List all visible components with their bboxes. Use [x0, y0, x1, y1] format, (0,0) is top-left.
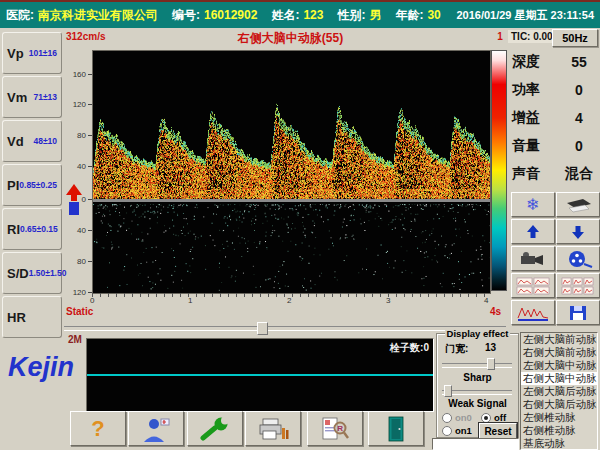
artery-item-7[interactable]: 右侧椎动脉 [521, 424, 597, 437]
gate-width-value: 13 [485, 342, 496, 353]
save-button[interactable] [556, 300, 600, 325]
vd-value: 48±10 [33, 136, 57, 146]
floppy-save-icon [568, 304, 588, 322]
help-button[interactable]: ? [70, 411, 126, 446]
param-box-hr: HR [2, 296, 62, 338]
settings-button[interactable] [187, 411, 243, 446]
multi-spectra-view-button[interactable] [511, 273, 555, 298]
output-tray-icon [563, 197, 593, 213]
artery-item-2[interactable]: 左侧大脑中动脉 [521, 359, 597, 372]
colorbar-top-label: 1 [494, 31, 506, 42]
artery-item-6[interactable]: 左侧椎动脉 [521, 411, 597, 424]
hospital-value: 南京科进实业有限公司 [38, 7, 158, 24]
reset-button[interactable]: Reset [479, 423, 517, 439]
off-label: off [494, 412, 506, 423]
doppler-spectrum-display[interactable] [92, 50, 491, 294]
gate-width-slider-track[interactable] [442, 363, 512, 368]
wrench-icon [198, 417, 232, 441]
question-mark-icon: ? [91, 416, 104, 442]
gain-label: 增益 [512, 109, 560, 127]
weak-signal-off-radio[interactable]: off [481, 412, 506, 423]
xtick-3: 3 [386, 296, 390, 305]
sharp-label: Sharp [437, 372, 518, 383]
scale-up-button[interactable] [511, 219, 555, 244]
depth-row: 深度 55 [512, 52, 598, 72]
hospital-field: 医院: 南京科进实业有限公司 [6, 7, 158, 24]
weak-signal-on1-radio[interactable]: on1 [442, 425, 472, 436]
sd-label: S/D [7, 266, 29, 281]
gate-width-slider-thumb[interactable] [487, 358, 495, 370]
spectrum-waveform-icon [516, 304, 550, 322]
film-reel-icon [563, 250, 593, 268]
weak-signal-label: Weak Signal [437, 398, 518, 409]
printer-icon [256, 417, 290, 441]
time-scroll-track[interactable] [64, 326, 506, 331]
spectrogram-canvas [93, 51, 490, 293]
freeze-button[interactable]: ❄ [511, 192, 555, 217]
tic-readout: TIC: 0.00 [508, 30, 556, 43]
artery-item-1[interactable]: 右侧大脑前动脉 [521, 346, 597, 359]
spectrum-mode-button[interactable] [511, 300, 555, 325]
exit-button[interactable] [368, 411, 424, 446]
waveform-grid-icon [516, 277, 550, 295]
baseline-marker[interactable] [66, 184, 82, 218]
scale-down-button[interactable] [556, 219, 600, 244]
gain-row: 增益 4 [512, 108, 598, 128]
param-box-vm: Vm 71±13 [2, 76, 62, 118]
ri-value: 0.65±0.15 [20, 224, 58, 234]
xtick-0: 0 [90, 296, 94, 305]
intensity-colorbar [491, 50, 507, 291]
up-arrow-icon [525, 224, 541, 240]
patient-info-bar: 医院: 南京科进实业有限公司 编号: 16012902 姓名: 123 性别: … [0, 2, 600, 28]
radio-icon [442, 413, 452, 423]
filter-frequency-button[interactable]: 50Hz [552, 29, 598, 47]
print-button[interactable] [245, 411, 301, 446]
emboli-channel-display[interactable]: 栓子数:0 [86, 338, 434, 412]
report-button[interactable]: R [307, 411, 363, 446]
artery-item-4[interactable]: 左侧大脑后动脉 [521, 385, 597, 398]
patient-name-label: 姓名: [271, 7, 299, 24]
playback-button[interactable] [556, 246, 600, 271]
sharp-slider-track[interactable] [442, 390, 512, 395]
power-row: 功率 0 [512, 80, 598, 100]
ytick-n40: 40 [64, 226, 86, 235]
sound-value: 混合 [560, 165, 598, 183]
patient-id-field: 编号: 16012902 [172, 7, 257, 24]
power-value: 0 [560, 82, 598, 98]
artery-item-3-selected[interactable]: 右侧大脑中动脉 [521, 372, 597, 385]
xtick-2: 2 [287, 296, 291, 305]
kejin-logo: Kejin [8, 352, 74, 383]
envelope-trace-button[interactable] [556, 192, 600, 217]
artery-item-0[interactable]: 左侧大脑前动脉 [521, 333, 597, 346]
waveform-grid-dense-icon [561, 277, 595, 295]
record-button[interactable] [511, 246, 555, 271]
sharp-slider-thumb[interactable] [444, 385, 452, 397]
time-scroll-thumb[interactable] [257, 322, 268, 335]
ri-label: RI [7, 222, 20, 237]
vp-label: Vp [7, 46, 24, 61]
volume-label: 音量 [512, 137, 560, 155]
ytick-80: 80 [64, 131, 86, 140]
param-box-ri: RI 0.65±0.15 [2, 208, 62, 250]
ytick-120: 120 [64, 100, 86, 109]
depth-label: 深度 [512, 53, 560, 71]
doctor-icon [141, 416, 171, 442]
gain-value: 4 [560, 110, 598, 126]
volume-row: 音量 0 [512, 136, 598, 156]
artery-item-5[interactable]: 右侧大脑后动脉 [521, 398, 597, 411]
on0-label: on0 [455, 412, 472, 423]
patient-info-button[interactable] [128, 411, 184, 446]
artery-selection-list[interactable]: 左侧大脑前动脉 右侧大脑前动脉 左侧大脑中动脉 右侧大脑中动脉 左侧大脑后动脉 … [520, 332, 598, 450]
sound-label: 声音 [512, 165, 560, 183]
multi-spectra-compare-button[interactable] [556, 273, 600, 298]
patient-id-value: 16012902 [204, 8, 257, 22]
age-value: 30 [427, 8, 440, 22]
emboli-count-label: 栓子数:0 [390, 341, 429, 355]
artery-item-8[interactable]: 基底动脉 [521, 437, 597, 450]
weak-signal-on0-radio[interactable]: on0 [442, 412, 472, 423]
datetime-display: 2016/01/29 星期五 23:11:54 [456, 8, 594, 23]
tcd-application-window: 医院: 南京科进实业有限公司 编号: 16012902 姓名: 123 性别: … [0, 0, 600, 450]
age-label: 年龄: [395, 7, 423, 24]
svg-text:R: R [337, 424, 343, 433]
volume-value: 0 [560, 138, 598, 154]
